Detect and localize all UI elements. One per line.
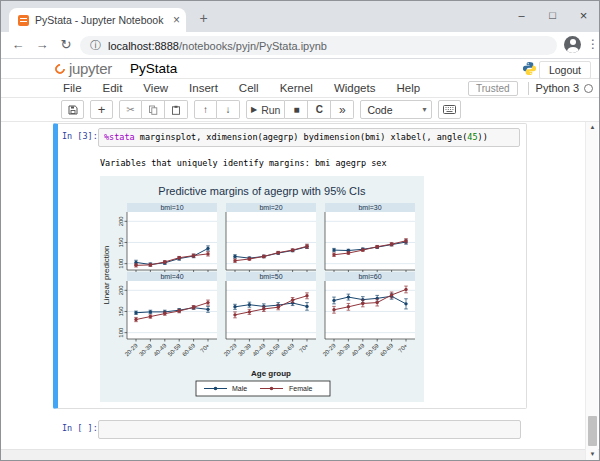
menu-item-cell[interactable]: Cell (239, 82, 259, 94)
svg-text:bmi=10: bmi=10 (160, 204, 183, 211)
jupyter-page: jupyter PyStata Logout File Edit View In… (1, 59, 599, 460)
menu-item-file[interactable]: File (63, 82, 82, 94)
cell-output-text: Variables that uniquely identify margins… (100, 158, 520, 168)
copy-cell-button[interactable] (142, 100, 165, 119)
profile-avatar-icon[interactable] (564, 36, 581, 53)
notebook-body: In [3]: %stata marginsplot, xdimension(a… (1, 122, 599, 449)
jupyter-favicon-icon (18, 15, 29, 26)
empty-code-cell[interactable]: In [ ]: (53, 420, 527, 439)
code-cell[interactable]: In [3]: %stata marginsplot, xdimension(a… (53, 123, 527, 409)
tab-title: PyStata - Jupyter Notebook (35, 14, 169, 26)
svg-text:Age group: Age group (251, 369, 291, 378)
svg-text:bmi=20: bmi=20 (259, 204, 282, 211)
input-prompt: In [ ]: (62, 420, 98, 439)
restart-kernel-icon[interactable]: C (308, 100, 331, 119)
page-scrollbar[interactable]: ▲ ▼ (585, 122, 598, 460)
svg-text:150: 150 (118, 306, 124, 317)
scroll-down-icon[interactable]: ▼ (586, 449, 599, 460)
move-cell-up-button[interactable]: ↑ (194, 100, 217, 119)
svg-text:Linear prediction: Linear prediction (102, 245, 111, 304)
run-button[interactable]: ▶Run (246, 100, 285, 119)
trusted-badge: Trusted (468, 81, 518, 96)
save-button[interactable] (61, 100, 84, 119)
menu-item-insert[interactable]: Insert (189, 82, 218, 94)
move-cell-down-button[interactable]: ↓ (217, 100, 240, 119)
svg-text:bmi=50: bmi=50 (259, 273, 282, 280)
browser-window: PyStata - Jupyter Notebook × + – □ × ← →… (0, 0, 600, 461)
tab-strip: PyStata - Jupyter Notebook × + – □ × (1, 1, 599, 32)
close-window-button[interactable]: × (568, 1, 599, 29)
site-info-icon[interactable]: ⓘ (90, 38, 101, 53)
empty-code-input[interactable] (98, 420, 521, 439)
menu-item-view[interactable]: View (143, 82, 168, 94)
menu-item-kernel[interactable]: Kernel (280, 82, 313, 94)
back-button[interactable]: ← (9, 36, 27, 54)
page-bottom-strip (1, 449, 599, 460)
menu-item-help[interactable]: Help (396, 82, 420, 94)
notebook-menubar: File Edit View Insert Cell Kernel Widget… (1, 79, 599, 98)
browser-tab[interactable]: PyStata - Jupyter Notebook × (9, 8, 186, 32)
stata-chart: Predictive margins of agegrp with 95% CI… (100, 176, 424, 402)
svg-text:200: 200 (118, 285, 124, 296)
notebook-toolbar: + ✂ ↑ ↓ ▶Run ■ C » Code ▾ (1, 98, 599, 122)
svg-text:100: 100 (118, 258, 124, 269)
address-bar[interactable]: ⓘ localhost:8888/notebooks/pyjn/PyStata.… (80, 36, 557, 55)
play-icon: ▶ (251, 105, 257, 114)
svg-text:200: 200 (118, 216, 124, 227)
marginsplot-svg: Predictive margins of agegrp with 95% CI… (100, 176, 424, 402)
paste-cell-button[interactable] (165, 100, 188, 119)
cell-type-select[interactable]: Code ▾ (360, 100, 432, 119)
browser-menu-icon[interactable]: ⋮ (587, 37, 599, 51)
divider (528, 82, 529, 95)
menu-item-edit[interactable]: Edit (103, 82, 123, 94)
code-input[interactable]: %stata marginsplot, xdimension(agegrp) b… (98, 128, 520, 147)
restart-run-all-icon[interactable]: » (331, 100, 354, 119)
code-token: )) (478, 132, 488, 142)
notebook-header: jupyter PyStata Logout (1, 59, 599, 79)
scroll-up-icon[interactable]: ▲ (586, 122, 599, 133)
svg-text:bmi=40: bmi=40 (160, 273, 183, 280)
cut-cell-button[interactable]: ✂ (119, 100, 142, 119)
magic-token: %stata (104, 132, 135, 142)
browser-toolbar: ← → ↻ ⓘ localhost:8888/notebooks/pyjn/Py… (1, 32, 599, 59)
kernel-name: Python 3 (536, 82, 579, 94)
scrollbar-thumb[interactable] (588, 416, 597, 446)
url-host: localhost:8888 (108, 40, 179, 52)
jupyter-logo-icon (53, 61, 67, 75)
window-controls: – □ × (506, 1, 599, 31)
kernel-status-icon (584, 84, 593, 93)
code-token: marginsplot, xdimension(agegrp) bydimens… (135, 132, 468, 142)
url-path: /notebooks/pyjn/PyStata.ipynb (179, 40, 327, 52)
svg-text:Female: Female (289, 385, 312, 392)
tab-close-icon[interactable]: × (173, 14, 180, 26)
svg-text:150: 150 (118, 237, 124, 248)
jupyter-logo-text[interactable]: jupyter (69, 60, 112, 77)
number-token: 45 (467, 132, 477, 142)
python-logo-icon (522, 61, 537, 80)
svg-text:Male: Male (232, 385, 247, 392)
command-palette-button[interactable] (438, 100, 461, 119)
add-cell-button[interactable]: + (90, 100, 113, 119)
menu-item-widgets[interactable]: Widgets (334, 82, 376, 94)
notebook-title[interactable]: PyStata (130, 61, 177, 76)
interrupt-kernel-button[interactable]: ■ (285, 100, 308, 119)
maximize-button[interactable]: □ (537, 1, 568, 29)
new-tab-button[interactable]: + (195, 10, 212, 27)
minimize-button[interactable]: – (506, 1, 537, 29)
svg-text:100: 100 (118, 327, 124, 338)
chevron-down-icon: ▾ (422, 105, 426, 114)
logout-button[interactable]: Logout (539, 61, 591, 79)
svg-text:bmi=60: bmi=60 (358, 273, 381, 280)
reload-button[interactable]: ↻ (57, 36, 75, 54)
forward-button[interactable]: → (33, 36, 51, 54)
svg-text:Predictive margins of agegrp w: Predictive margins of agegrp with 95% CI… (158, 185, 366, 197)
input-prompt: In [3]: (62, 128, 98, 145)
svg-text:bmi=30: bmi=30 (358, 204, 381, 211)
